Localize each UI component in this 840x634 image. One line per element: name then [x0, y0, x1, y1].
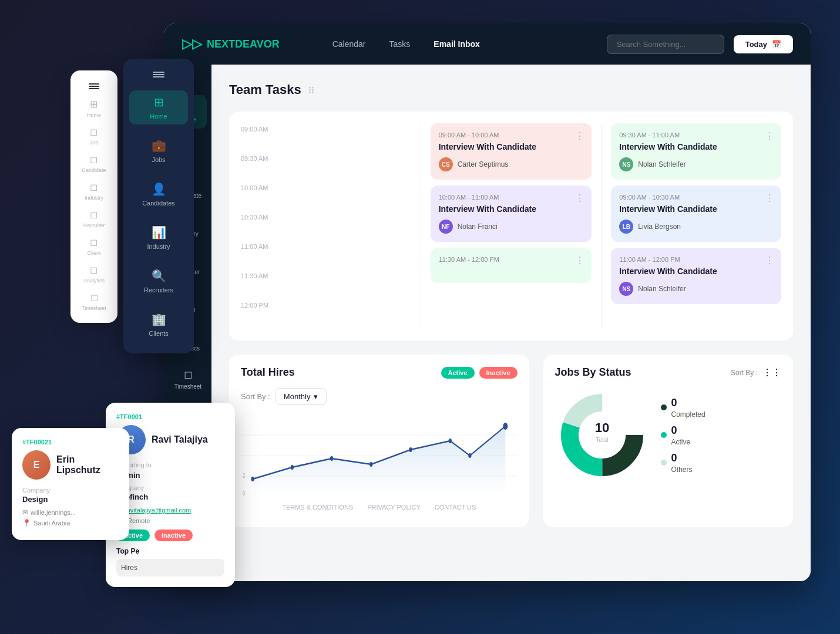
simple-nav-candidate[interactable]: ◻ Candidate	[82, 154, 106, 173]
card-menu-3[interactable]: ⋮	[575, 255, 584, 266]
card-menu-2[interactable]: ⋮	[575, 193, 584, 204]
simple-nav-client[interactable]: ◻ Client	[87, 237, 100, 256]
simple-nav-timesheet[interactable]: ◻ Timesheet	[82, 292, 106, 311]
search-input[interactable]	[607, 35, 724, 54]
hires-title: Total Hires	[241, 366, 295, 379]
company-value-erin: Design	[22, 495, 119, 504]
legend-item-completed: 0 Completed	[661, 397, 705, 419]
task-card-r1[interactable]: ⋮ 09:30 AM - 11:00 AM Interview With Can…	[611, 123, 781, 180]
terms-link[interactable]: TERMS & CONDITIONS	[282, 504, 353, 511]
simple-candidate-label: Candidate	[82, 167, 106, 173]
inactive-status-ravi[interactable]: Inactive	[154, 530, 193, 541]
nav-right: Today 📅	[607, 35, 793, 54]
dark-nav-jobs[interactable]: 💼 Jobs	[129, 134, 188, 168]
avatar-fr1: LB	[619, 220, 633, 234]
task-card-2[interactable]: ⋮ 10:00 AM - 11:00 AM Interview With Can…	[431, 186, 592, 242]
person-card-erin: #TF00021 E Erin Lipschutz Company Design…	[12, 428, 129, 540]
simple-nav-recruiter[interactable]: ◻ Recruiter	[83, 209, 105, 228]
simple-nav-analytics[interactable]: ◻ Analytics	[83, 264, 105, 284]
jobs-header: Jobs By Status Sort By : ⋮⋮	[555, 366, 781, 379]
contact-link[interactable]: CONTACT US	[435, 504, 476, 511]
logo-text: NEXTDEAVOR	[207, 38, 280, 50]
legend-dot-others	[661, 460, 667, 466]
card-menu-1[interactable]: ⋮	[575, 130, 584, 141]
simple-job-label: Job	[90, 140, 99, 146]
nav-calendar[interactable]: Calendar	[332, 39, 366, 49]
svg-text:10: 10	[594, 420, 609, 435]
task-title-r1: Interview With Candidate	[619, 142, 773, 151]
dark-nav-home[interactable]: ⊞ Home	[129, 90, 188, 124]
legend-label-active: 0 Active	[671, 424, 691, 446]
time-slot-1030: 10:30 AM	[241, 211, 411, 241]
dark-nav-industry[interactable]: 📊 Industry	[129, 221, 188, 255]
nav-links: Calendar Tasks Email Inbox	[332, 39, 480, 49]
card-person-row-erin: E Erin Lipschutz	[22, 450, 119, 480]
simple-industry-icon: ◻	[90, 181, 98, 193]
reporting-value-ravi: Admin	[116, 471, 224, 480]
simple-client-icon: ◻	[90, 237, 98, 248]
avatar-r1: NS	[619, 157, 633, 171]
simple-nav-home[interactable]: ⊞ Home	[87, 99, 101, 118]
task-card-3[interactable]: ⋮ 11:30 AM - 12:00 PM	[431, 248, 592, 283]
dark-nav-clients[interactable]: 🏢 Clients	[129, 308, 188, 342]
simple-nav-industry[interactable]: ◻ Industry	[85, 181, 103, 201]
drag-handle-icon[interactable]: ⁞⁞	[308, 85, 314, 96]
monthly-dropdown[interactable]: Monthly ▾	[275, 388, 327, 405]
simple-candidate-icon: ◻	[90, 154, 98, 165]
nav-tasks[interactable]: Tasks	[389, 39, 411, 49]
hires-chart: 2 0	[241, 414, 518, 497]
simple-analytics-label: Analytics	[83, 278, 105, 284]
svg-point-10	[449, 439, 452, 443]
email-erin: ✉ willie.jennings...	[22, 508, 119, 517]
dark-jobs-label: Jobs	[152, 156, 165, 163]
task-person-fr1: LB Livia Bergson	[619, 220, 773, 234]
time-slot-1200: 12:00 PM	[241, 299, 411, 329]
legend-dot-active	[661, 432, 667, 438]
task-card-1[interactable]: ⋮ 09:00 AM - 10:00 AM Interview With Can…	[431, 123, 592, 180]
person-name-fr2: Nolan Schleifer	[638, 285, 686, 293]
card-menu-fr1[interactable]: ⋮	[765, 193, 774, 204]
avatar-1: CS	[439, 157, 453, 171]
bottom-section: Total Hires Active Inactive Sort By : Mo…	[229, 355, 793, 527]
hires-label: Hires	[121, 564, 137, 572]
task-card-fr1[interactable]: ⋮ 09:00 AM - 10:30 AM Interview With Can…	[611, 186, 781, 242]
dark-nav-candidates[interactable]: 👤 Candidates	[129, 177, 188, 211]
email-icon-erin: ✉	[22, 508, 28, 517]
legend-label-completed: 0 Completed	[671, 397, 705, 419]
task-person-r1: NS Nolan Schleifer	[619, 157, 773, 171]
task-person-1: CS Carter Septimus	[439, 157, 584, 171]
simple-timesheet-icon: ◻	[90, 292, 98, 303]
card-id-erin: #TF00021	[22, 439, 119, 446]
simple-home-label: Home	[87, 112, 101, 118]
sidebar-label-timesheet: Timesheet	[174, 383, 201, 390]
dark-hamburger[interactable]	[153, 70, 164, 79]
card-menu-fr2[interactable]: ⋮	[765, 255, 774, 266]
privacy-link[interactable]: PRIVACY POLICY	[367, 504, 421, 511]
hires-row: Hires	[116, 559, 224, 576]
sort-label: Sort By :	[241, 392, 270, 401]
task-time-fr2: 11:00 AM - 12:00 PM	[619, 256, 773, 263]
tasks-column-middle: ⋮ 09:00 AM - 10:00 AM Interview With Can…	[421, 123, 602, 329]
dark-nav-recruiters[interactable]: 🔍 Recruiters	[129, 264, 188, 298]
svg-point-16	[579, 412, 626, 458]
top-performers-label: Top Pe	[116, 547, 224, 555]
main-dashboard: ▷▷ NEXTDEAVOR Calendar Tasks Email Inbox…	[164, 23, 811, 581]
donut-area: 10 Total 0 Completed	[555, 388, 781, 482]
timesheet-icon: ◻	[184, 368, 193, 381]
dark-jobs-icon: 💼	[152, 139, 166, 153]
nav-email-inbox[interactable]: Email Inbox	[434, 39, 480, 49]
task-card-fr2[interactable]: ⋮ 11:00 AM - 12:00 PM Interview With Can…	[611, 248, 781, 304]
inactive-badge[interactable]: Inactive	[479, 367, 518, 379]
today-button[interactable]: Today 📅	[734, 35, 793, 53]
card-menu-r1[interactable]: ⋮	[765, 130, 774, 141]
simple-nav-job[interactable]: ◻ Job	[90, 126, 99, 146]
sidebar-item-timesheet[interactable]: ◻ Timesheet	[169, 362, 207, 396]
dark-industry-label: Industry	[147, 243, 170, 250]
active-badge[interactable]: Active	[441, 367, 475, 379]
time-slot-1000: 10:00 AM	[241, 182, 411, 211]
footer-links: TERMS & CONDITIONS PRIVACY POLICY CONTAC…	[241, 499, 518, 515]
time-slot-0930: 09:30 AM	[241, 153, 411, 182]
hires-header: Total Hires Active Inactive	[241, 366, 518, 379]
simple-hamburger[interactable]	[89, 82, 99, 90]
legend-label-others: 0 Others	[671, 452, 693, 474]
